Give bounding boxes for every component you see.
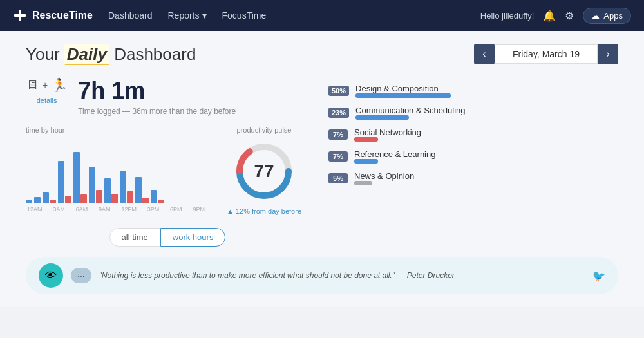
time-toggle: all time work hours — [26, 228, 309, 247]
details-link[interactable]: details — [37, 97, 57, 104]
pulse-section: productivity pulse 77 ▲ 12% from day bef — [219, 126, 309, 215]
category-bar — [354, 159, 378, 164]
category-name: Social Networking — [354, 127, 473, 137]
charts-row: time by hour 12AM 3AM 6AM 9AM 12PM 3PM 6… — [26, 126, 309, 215]
brand-name: RescueTime — [32, 10, 93, 21]
category-name: News & Opinion — [354, 171, 473, 181]
right-panel: 50%Design & Composition23%Communication … — [328, 77, 618, 247]
bar-group — [43, 192, 56, 203]
left-panel: 🖥 + 🏃 details 7h 1m Time logged — 36m mo… — [26, 77, 309, 247]
time-labels: 12AM 3AM 6AM 9AM 12PM 3PM 6PM 9PM — [26, 206, 206, 212]
tools-icon[interactable]: ⚙ — [565, 10, 574, 22]
nav-user-greeting: Hello jilleduffy! — [480, 11, 535, 21]
time-subtitle: Time logged — 36m more than the day befo… — [78, 107, 236, 116]
stats-row: 🖥 + 🏃 details 7h 1m Time logged — 36m mo… — [26, 77, 309, 116]
bar-blue — [43, 192, 49, 203]
donut-chart: 77 — [232, 139, 296, 203]
bar-group — [120, 171, 133, 203]
eye-icon: 👁 — [45, 269, 57, 283]
category-row: 5%News & Opinion — [328, 171, 618, 185]
category-percent: 7% — [328, 129, 348, 140]
nav-right: Hello jilleduffy! 🔔 ⚙ ☁ Apps — [480, 8, 631, 24]
stats-icons: 🖥 + 🏃 details — [26, 77, 68, 104]
category-percent: 5% — [328, 173, 348, 183]
category-bar — [355, 93, 451, 98]
eye-button[interactable]: 👁 — [39, 263, 63, 288]
total-time: 7h 1m — [78, 77, 236, 104]
category-percent: 23% — [328, 108, 349, 118]
content-area: Your Daily Dashboard ‹ Friday, March 19 … — [0, 31, 644, 307]
navbar: RescueTime Dashboard Reports ▾ FocusTime… — [0, 0, 644, 31]
prev-date-button[interactable]: ‹ — [474, 44, 495, 64]
bar-red — [50, 200, 56, 203]
category-name: Communication & Scheduling — [355, 106, 475, 115]
bar-group — [34, 197, 41, 203]
pulse-value: 77 — [254, 161, 274, 182]
apps-button[interactable]: ☁ Apps — [583, 8, 631, 24]
bar-chart-label: time by hour — [26, 126, 206, 134]
next-date-button[interactable]: › — [598, 44, 618, 64]
page-title: Your Daily Dashboard — [26, 44, 196, 64]
nav-link-dashboard[interactable]: Dashboard — [108, 10, 153, 21]
pulse-change: ▲ 12% from day before — [219, 207, 309, 215]
bar-red — [142, 198, 149, 203]
bar-red — [96, 190, 102, 203]
dots-button[interactable]: ··· — [71, 268, 91, 283]
bar-chart — [26, 139, 206, 203]
bar-blue — [73, 152, 80, 203]
brand-logo[interactable]: RescueTime — [13, 8, 93, 23]
category-bar — [354, 181, 372, 185]
time-stats: 7h 1m Time logged — 36m more than the da… — [78, 77, 236, 116]
category-percent: 50% — [328, 86, 349, 96]
bar-red — [111, 194, 118, 203]
person-icon: 🏃 — [52, 77, 68, 93]
bar-blue — [89, 167, 95, 203]
chevron-down-icon: ▾ — [202, 10, 207, 21]
category-name: Design & Composition — [355, 84, 475, 93]
category-bar-wrap — [355, 93, 475, 98]
category-bar-wrap — [354, 181, 473, 185]
bar-blue — [26, 200, 32, 203]
category-row: 50%Design & Composition — [328, 84, 618, 98]
bar-red — [80, 194, 87, 203]
plus-icon: + — [43, 80, 48, 90]
category-name: Reference & Learning — [354, 149, 473, 159]
bar-blue — [58, 161, 64, 203]
category-bar-wrap — [354, 159, 473, 164]
category-row: 7%Social Networking — [328, 127, 618, 142]
work-hours-button[interactable]: work hours — [160, 228, 226, 247]
quote-bar: 👁 ··· "Nothing is less productive than t… — [26, 257, 618, 294]
nav-link-focustime[interactable]: FocusTime — [222, 10, 267, 21]
bar-group — [89, 167, 102, 203]
quote-text: "Nothing is less productive than to make… — [99, 271, 585, 280]
category-bar — [354, 137, 378, 142]
svg-rect-1 — [14, 14, 26, 17]
main-grid: 🖥 + 🏃 details 7h 1m Time logged — 36m mo… — [26, 77, 618, 247]
bar-blue — [135, 177, 142, 203]
monitor-icon: 🖥 — [26, 78, 39, 93]
category-percent: 7% — [328, 151, 348, 162]
bar-group — [135, 177, 149, 203]
nav-link-reports[interactable]: Reports ▾ — [167, 10, 206, 21]
category-row: 23%Communication & Scheduling — [328, 106, 618, 120]
bar-blue — [120, 171, 126, 203]
bell-icon[interactable]: 🔔 — [543, 10, 556, 22]
category-bar-wrap — [354, 137, 473, 142]
bar-group — [26, 200, 32, 203]
date-navigator: ‹ Friday, March 19 › — [474, 44, 618, 64]
bar-blue — [34, 197, 41, 203]
date-display: Friday, March 19 — [495, 44, 598, 64]
bar-red — [127, 191, 133, 203]
bar-group — [151, 190, 164, 203]
bar-chart-section: time by hour 12AM 3AM 6AM 9AM 12PM 3PM 6… — [26, 126, 206, 212]
twitter-icon[interactable]: 🐦 — [592, 270, 605, 282]
bar-red — [65, 196, 71, 203]
cloud-icon: ☁ — [591, 11, 600, 21]
brand-icon — [13, 8, 27, 23]
bar-blue — [151, 190, 157, 203]
bar-group — [58, 161, 71, 203]
all-time-button[interactable]: all time — [109, 228, 160, 247]
category-bar-wrap — [355, 115, 475, 120]
title-daily: Daily — [64, 44, 109, 65]
category-row: 7%Reference & Learning — [328, 149, 618, 164]
